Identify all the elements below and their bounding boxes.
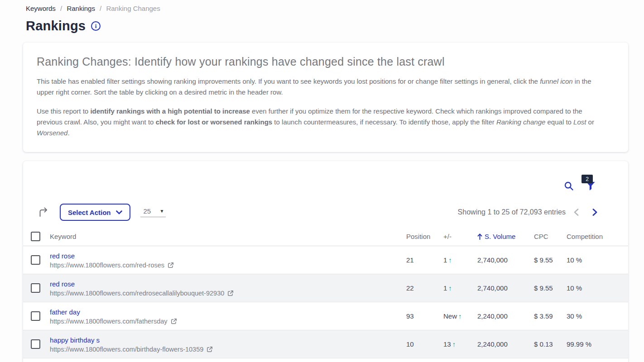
chevron-down-icon xyxy=(116,210,122,214)
select-action-button[interactable]: Select Action xyxy=(60,204,130,221)
position-value: 21 xyxy=(406,256,443,264)
keyword-link[interactable]: red rose xyxy=(50,280,406,288)
rankings-page: Keywords / Rankings / Ranking Changes Ra… xyxy=(0,0,644,362)
cpc-value: $ 3.59 xyxy=(534,312,567,320)
breadcrumb-rankings[interactable]: Rankings xyxy=(67,5,95,12)
column-header-keyword[interactable]: Keyword xyxy=(50,233,406,240)
filter-funnel-icon[interactable]: 2 xyxy=(586,181,596,191)
competition-value: 30 % xyxy=(567,312,628,320)
competition-value: 10 % xyxy=(567,284,628,292)
description-heading: Ranking Changes: Identify how your ranki… xyxy=(37,55,606,68)
keyword-url: https://www.1800flowers.com/redrosecalla… xyxy=(50,290,406,297)
info-icon[interactable]: i xyxy=(91,21,101,31)
table-row: father day https://www.1800flowers.com/f… xyxy=(23,302,628,330)
table-row: happy birthday s https://www.1800flowers… xyxy=(23,330,628,358)
pagination xyxy=(574,209,597,216)
column-header-volume[interactable]: S. Volume xyxy=(477,233,534,240)
change-up-arrow-icon: ↑ xyxy=(448,256,452,264)
position-value: 93 xyxy=(406,312,443,320)
volume-value: 2,740,000 xyxy=(477,256,534,264)
table-header-row: Keyword Position +/- S. Volume CPC Compe… xyxy=(23,227,628,246)
select-all-checkbox[interactable] xyxy=(31,232,40,241)
row-checkbox[interactable] xyxy=(31,255,40,265)
row-checkbox[interactable] xyxy=(31,283,40,293)
volume-value: 2,740,000 xyxy=(477,284,534,292)
external-link-icon[interactable] xyxy=(168,262,174,268)
change-value: 1 ↑ xyxy=(443,284,477,292)
page-size-select[interactable]: 25 ▼ xyxy=(140,207,166,217)
next-page-icon[interactable] xyxy=(592,209,597,216)
competition-value: 99.99 % xyxy=(567,340,628,348)
sort-ascending-icon xyxy=(477,233,482,240)
keyword-link[interactable]: father day xyxy=(50,308,406,316)
table-toolbar: Select Action 25 ▼ Showing 1 to 25 of 72… xyxy=(23,204,628,221)
ranking-table-card: 2 Select Action 25 ▼ xyxy=(23,161,628,362)
cpc-value: $ 9.55 xyxy=(534,256,567,264)
showing-entries-text: Showing 1 to 25 of 72,093 entries xyxy=(458,208,566,216)
keyword-link[interactable]: happy birthday s xyxy=(50,336,406,344)
description-card: Ranking Changes: Identify how your ranki… xyxy=(23,43,628,152)
search-icon[interactable] xyxy=(564,181,574,191)
breadcrumb-separator: / xyxy=(60,5,62,12)
change-up-arrow-icon: ↑ xyxy=(448,284,452,292)
change-value: 1 ↑ xyxy=(443,256,477,264)
rankings-table: Keyword Position +/- S. Volume CPC Compe… xyxy=(23,227,628,362)
change-up-arrow-icon: ↑ xyxy=(452,340,456,348)
position-value: 22 xyxy=(406,284,443,292)
breadcrumb: Keywords / Rankings / Ranking Changes xyxy=(26,5,644,12)
cpc-value: $ 0.13 xyxy=(534,340,567,348)
filter-count-badge: 2 xyxy=(582,175,593,183)
change-up-arrow-icon: ↑ xyxy=(458,312,462,320)
position-value: 10 xyxy=(406,340,443,348)
previous-page-icon[interactable] xyxy=(574,209,579,216)
breadcrumb-ranking-changes: Ranking Changes xyxy=(106,5,160,12)
table-body: red rose https://www.1800flowers.com/red… xyxy=(23,246,628,362)
select-action-label: Select Action xyxy=(68,209,111,216)
column-header-competition[interactable]: Competition xyxy=(567,233,628,240)
description-paragraph-2: Use this report to identify rankings wit… xyxy=(37,106,606,139)
description-paragraph-1: This table has enabled filter settings s… xyxy=(37,76,606,98)
change-value: New ↑ xyxy=(443,312,477,320)
cpc-value: $ 9.55 xyxy=(534,284,567,292)
table-row: of zodiac signs https://www.1800flowers.… xyxy=(23,358,628,362)
breadcrumb-keywords[interactable]: Keywords xyxy=(26,5,56,12)
row-checkbox[interactable] xyxy=(31,311,40,321)
breadcrumb-separator: / xyxy=(100,5,101,12)
keyword-url: https://www.1800flowers.com/birthday-flo… xyxy=(50,346,406,353)
page-title: Rankings xyxy=(26,19,86,33)
page-header: Keywords / Rankings / Ranking Changes Ra… xyxy=(0,0,644,33)
competition-value: 10 % xyxy=(567,256,628,264)
row-checkbox[interactable] xyxy=(31,339,40,349)
page-size-caret-icon: ▼ xyxy=(160,209,164,214)
keyword-link[interactable]: red rose xyxy=(50,252,406,260)
column-header-change[interactable]: +/- xyxy=(443,233,477,240)
change-value: 13 ↑ xyxy=(443,340,477,348)
table-row: red rose https://www.1800flowers.com/red… xyxy=(23,246,628,274)
external-link-icon[interactable] xyxy=(227,290,234,296)
table-row: red rose https://www.1800flowers.com/red… xyxy=(23,274,628,302)
export-arrow-icon[interactable] xyxy=(38,207,49,218)
keyword-url: https://www.1800flowers.com/fathersday xyxy=(50,318,406,325)
volume-value: 2,240,000 xyxy=(477,340,534,348)
external-link-icon[interactable] xyxy=(171,318,177,324)
column-header-cpc[interactable]: CPC xyxy=(534,233,567,240)
keyword-url: https://www.1800flowers.com/red-roses xyxy=(50,262,406,269)
external-link-icon[interactable] xyxy=(207,346,213,352)
page-size-value: 25 xyxy=(143,207,151,215)
volume-value: 2,240,000 xyxy=(477,312,534,320)
column-header-position[interactable]: Position xyxy=(406,233,443,240)
